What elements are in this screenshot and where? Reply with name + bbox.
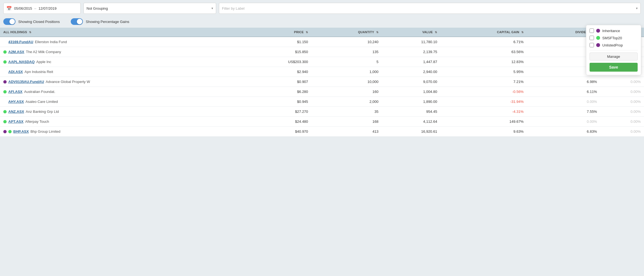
dropdown-item-unlistedProp[interactable]: UnlistedProp — [590, 43, 638, 47]
sort-icon-quantity: ⇅ — [376, 31, 378, 34]
col-price-label: PRICE — [294, 30, 304, 34]
price-cell: US$203.300 — [242, 57, 311, 67]
toggles-row: Showing Closed Positions Showing Percent… — [0, 17, 644, 28]
col-header-value[interactable]: VALUE ⇅ — [382, 28, 440, 37]
quantity-cell: 413 — [311, 127, 382, 137]
cur-cell: 0.00% — [600, 117, 644, 127]
dot-green — [3, 50, 7, 54]
col-quantity-label: QUANTITY — [358, 30, 374, 34]
percentage-gains-toggle[interactable] — [71, 18, 83, 25]
closed-positions-toggle-group: Showing Closed Positions — [3, 18, 60, 25]
value-cell: 9,070.00 — [382, 77, 440, 87]
value-cell: 1,004.80 — [382, 87, 440, 97]
value-cell: 1,447.87 — [382, 57, 440, 67]
unlistedProp-label: UnlistedProp — [602, 43, 623, 47]
dot-green — [3, 120, 7, 123]
cur-cell: 0.00% — [600, 107, 644, 117]
company-name: Ellerston India Fund — [35, 40, 67, 44]
cur-cell: 0.00% — [600, 127, 644, 137]
ticker-link[interactable]: APT.ASX — [8, 119, 23, 124]
dividends-cell: 6.98% — [527, 77, 600, 87]
quantity-cell: 135 — [311, 47, 382, 57]
dividends-cell: 6.83% — [527, 127, 600, 137]
dot-green — [3, 90, 7, 93]
ticker-link[interactable]: A2M.ASX — [8, 50, 24, 54]
price-cell: $0.945 — [242, 97, 311, 107]
table-row: AAPL.NASDAQApple IncUS$203.30051,447.871… — [0, 57, 644, 67]
save-button[interactable]: Save — [590, 63, 638, 72]
grouping-label: Not Grouping — [87, 6, 108, 11]
inheritance-checkbox[interactable] — [590, 28, 594, 33]
price-cell: $27.270 — [242, 107, 311, 117]
dropdown-item-inheritance[interactable]: Inheritance — [590, 28, 638, 33]
grouping-select[interactable]: Not Grouping ▾ — [83, 3, 216, 14]
col-header-quantity[interactable]: QUANTITY ⇅ — [311, 28, 382, 37]
ticker-link[interactable]: BHP.ASX — [13, 129, 29, 134]
dividends-cell: 7.55% — [527, 107, 600, 117]
sort-icon-value: ⇅ — [435, 31, 437, 34]
capital-gain-cell: 12.83% — [441, 57, 527, 67]
closed-positions-toggle[interactable] — [3, 18, 15, 25]
capital-gain-cell: 63.56% — [441, 47, 527, 57]
value-cell: 2,940.00 — [382, 67, 440, 77]
holding-cell-7: ANZ.ASXAnz Banking Grp Ltd — [0, 107, 242, 117]
ticker-link[interactable]: AFI.ASX — [8, 90, 22, 94]
quantity-cell: 1,000 — [311, 67, 382, 77]
price-cell: $0.907 — [242, 77, 311, 87]
sort-icon-price: ⇅ — [306, 31, 308, 34]
ticker-link[interactable]: ADV0135AU.FundAU — [8, 80, 44, 84]
quantity-cell: 35 — [311, 107, 382, 117]
quantity-cell: 10,240 — [311, 37, 382, 47]
table-row: ADI.ASXApn Industria Reit$2.9401,0002,94… — [0, 67, 644, 77]
col-header-capital-gain[interactable]: CAPITAL GAIN ⇅ — [441, 28, 527, 37]
capital-gain-cell: -4.31% — [441, 107, 527, 117]
filter-by-label-select[interactable]: Filter by Label ▾ — [219, 3, 641, 14]
capital-gain-cell: -31.94% — [441, 97, 527, 107]
quantity-cell: 2,000 — [311, 97, 382, 107]
filter-placeholder: Filter by Label — [222, 6, 245, 11]
ticker-link[interactable]: ADI.ASX — [8, 70, 23, 74]
manage-button[interactable]: Manage — [590, 53, 638, 61]
smsfTop20-dot — [596, 36, 600, 40]
dropdown-item-smsfTop20[interactable]: SMSFTop20 — [590, 36, 638, 40]
col-capital-gain-label: CAPITAL GAIN — [497, 30, 519, 34]
capital-gain-cell: 7.21% — [441, 77, 527, 87]
price-cell: $24.480 — [242, 117, 311, 127]
quantity-cell: 5 — [311, 57, 382, 67]
value-cell: 11,780.10 — [382, 37, 440, 47]
table-row: APT.ASXAfterpay Touch$24.4801684,112.641… — [0, 117, 644, 127]
cur-cell: 0.00% — [600, 97, 644, 107]
dropdown-divider — [590, 50, 638, 50]
company-name: Asaleo Care Limited — [25, 100, 58, 104]
table-header-row: ALL HOLDINGS ⇅ PRICE ⇅ QUANTITY ⇅ VALUE … — [0, 28, 644, 37]
col-header-holding[interactable]: ALL HOLDINGS ⇅ — [0, 28, 242, 37]
date-range-picker[interactable]: 📅 05/06/2015 – 12/07/2019 — [3, 3, 81, 14]
main-wrapper: ALL HOLDINGS ⇅ PRICE ⇅ QUANTITY ⇅ VALUE … — [0, 28, 644, 137]
quantity-cell: 160 — [311, 87, 382, 97]
company-name: Anz Banking Grp Ltd — [26, 110, 59, 114]
date-end: 12/07/2019 — [38, 6, 56, 11]
dividends-cell: 0.00% — [527, 117, 600, 127]
company-name: The A2 Milk Company — [26, 50, 61, 54]
calendar-icon: 📅 — [6, 6, 12, 11]
holding-cell-0: 43169.FundAUEllerston India Fund — [0, 37, 242, 47]
smsfTop20-checkbox[interactable] — [590, 36, 594, 40]
company-name: Apn Industria Reit — [25, 70, 53, 74]
ticker-link[interactable]: 43169.FundAU — [8, 40, 33, 44]
value-cell: 1,890.00 — [382, 97, 440, 107]
dot-none — [3, 40, 7, 44]
ticker-link[interactable]: AHY.ASX — [8, 100, 24, 104]
table-row: ANZ.ASXAnz Banking Grp Ltd$27.27035954.4… — [0, 107, 644, 117]
company-name: Advance Global Property W — [46, 80, 90, 84]
dividends-cell: 0.00% — [527, 97, 600, 107]
col-header-price[interactable]: PRICE ⇅ — [242, 28, 311, 37]
unlistedProp-checkbox[interactable] — [590, 43, 594, 47]
value-cell: 16,920.61 — [382, 127, 440, 137]
dot-purple — [3, 130, 7, 133]
ticker-link[interactable]: AAPL.NASDAQ — [8, 60, 35, 64]
date-start: 05/06/2015 — [14, 6, 32, 11]
value-cell: 2,139.75 — [382, 47, 440, 57]
company-name: Australian Foundat. — [24, 90, 55, 94]
cur-cell: 0.00% — [600, 77, 644, 87]
ticker-link[interactable]: ANZ.ASX — [8, 110, 24, 114]
